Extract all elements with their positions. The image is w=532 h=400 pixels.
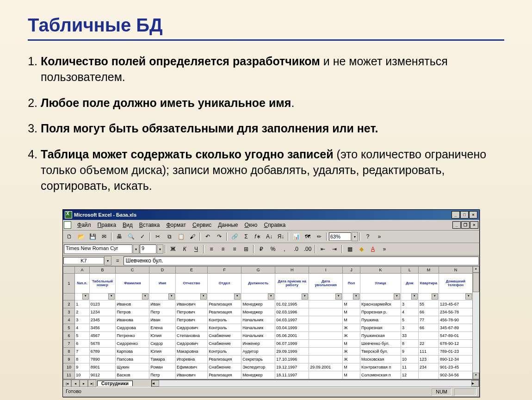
cell[interactable]: Макаровна	[175, 348, 207, 356]
menu-tools[interactable]: Сервис	[189, 221, 215, 229]
autofilter-dropdown[interactable]	[275, 294, 309, 300]
align-left-icon[interactable]: ≡	[206, 244, 217, 254]
new-icon[interactable]: 🗋	[64, 231, 75, 242]
cell[interactable]: 902-34-56	[439, 371, 472, 379]
cell[interactable]: 17.10.1996	[275, 356, 309, 363]
cell[interactable]: 03.04.1999	[275, 324, 309, 332]
cell[interactable]: Папсова	[116, 356, 149, 363]
increase-decimal-icon[interactable]: .0	[291, 244, 302, 254]
decrease-decimal-icon[interactable]: .00	[302, 244, 313, 254]
cell[interactable]: 01.02.1995	[275, 300, 309, 308]
cell[interactable]: 9	[401, 348, 419, 356]
cell[interactable]: Тамара	[149, 356, 176, 363]
cell[interactable]: 901-23-45	[439, 363, 472, 371]
autofilter-dropdown[interactable]	[401, 294, 419, 300]
cell[interactable]: Иванович	[175, 371, 207, 379]
cell[interactable]: 9012	[89, 371, 116, 379]
prev-sheet-icon[interactable]: ◂	[71, 380, 80, 387]
format-painter-icon[interactable]: 🖌	[187, 231, 198, 242]
autofilter-dropdown[interactable]	[116, 294, 149, 300]
cell[interactable]: 19.12.1997	[275, 363, 309, 371]
cell[interactable]: 2345	[89, 316, 116, 324]
autofilter-dropdown[interactable]	[175, 294, 207, 300]
cell[interactable]: 2	[75, 308, 89, 316]
spreadsheet-grid[interactable]: ABCDEFGHIJKLMN1№п.п.Табельный номерФамил…	[63, 266, 479, 379]
horizontal-scrollbar[interactable]: ◂ ▸	[151, 380, 479, 387]
col-header[interactable]: G	[241, 267, 275, 274]
cell[interactable]: Секретарь	[241, 356, 275, 363]
col-header[interactable]: I	[309, 267, 343, 274]
function-icon[interactable]: f∗	[252, 231, 263, 242]
row-header[interactable]: 2	[63, 300, 75, 308]
cell[interactable]	[309, 371, 343, 379]
menu-file[interactable]: Файл	[74, 221, 94, 229]
row-header[interactable]: 3	[63, 308, 75, 316]
cell[interactable]: 3	[75, 316, 89, 324]
row-header[interactable]: 1	[63, 274, 75, 294]
cell[interactable]: 8	[401, 340, 419, 348]
cell[interactable]: Снабжение	[208, 340, 241, 348]
col-header[interactable]: C	[116, 267, 149, 274]
cell[interactable]: Начальник	[241, 324, 275, 332]
col-header[interactable]: H	[275, 267, 309, 274]
cell[interactable]: 678-90-12	[439, 340, 472, 348]
scroll-down-icon[interactable]: ▾	[473, 373, 479, 379]
cell[interactable]: Реализация	[208, 300, 241, 308]
currency-icon[interactable]: ₽	[256, 244, 267, 254]
menu-data[interactable]: Данные	[215, 221, 241, 229]
copy-icon[interactable]: ⧉	[164, 231, 175, 242]
maximize-button[interactable]: □	[460, 211, 469, 219]
cell[interactable]: Иванович	[175, 300, 207, 308]
cell[interactable]: 33	[401, 332, 419, 340]
autofilter-dropdown[interactable]	[343, 294, 360, 300]
cell[interactable]: 123	[418, 356, 439, 363]
cell[interactable]: Сидор	[149, 340, 176, 348]
cell[interactable]: 5678	[89, 340, 116, 348]
mdi-minimize-button[interactable]: _	[452, 221, 461, 229]
col-header[interactable]: M	[418, 267, 439, 274]
cell[interactable]: 6	[75, 340, 89, 348]
autofilter-dropdown[interactable]	[89, 294, 116, 300]
merge-icon[interactable]: ⊞	[241, 244, 252, 254]
cell[interactable]: Реализация	[208, 308, 241, 316]
cell[interactable]: 4567	[89, 332, 116, 340]
font-color-icon[interactable]: A	[367, 244, 378, 254]
cell[interactable]: Аудитор	[241, 348, 275, 356]
name-box-dropdown[interactable]: ▾	[104, 256, 111, 265]
cell[interactable]: Васков	[116, 371, 149, 379]
cell[interactable]: 1	[75, 300, 89, 308]
cell[interactable]: Юлия	[149, 348, 176, 356]
row-header[interactable]: 8	[63, 348, 75, 356]
scroll-up-icon[interactable]: ▴	[473, 266, 479, 273]
cell[interactable]: 11	[401, 363, 419, 371]
col-header[interactable]: N	[439, 267, 472, 274]
cell[interactable]	[309, 356, 343, 363]
vertical-scrollbar[interactable]: ▴ ▾	[472, 266, 479, 379]
cell[interactable]	[309, 316, 343, 324]
row-header[interactable]: 7	[63, 340, 75, 348]
cell[interactable]	[309, 308, 343, 316]
col-header[interactable]: K	[360, 267, 401, 274]
cell[interactable]: Петр	[149, 371, 176, 379]
cell[interactable]: Прорезная р.	[360, 308, 401, 316]
cell[interactable]: Снабжение	[208, 363, 241, 371]
underline-icon[interactable]: Ч	[191, 244, 202, 254]
cell[interactable]: 234-56-78	[439, 308, 472, 316]
cell[interactable]: Контроль	[208, 316, 241, 324]
cell[interactable]: Петрович	[175, 308, 207, 316]
font-size-input[interactable]: 9	[140, 244, 156, 254]
cell[interactable]: 547-89-01	[439, 332, 472, 340]
cell[interactable]: Ж	[343, 332, 360, 340]
italic-icon[interactable]: К	[179, 244, 190, 254]
cell[interactable]: 8901	[89, 363, 116, 371]
cell[interactable]: 66	[418, 308, 439, 316]
cell[interactable]: Соломенская п	[360, 371, 401, 379]
cell[interactable]: Экспедитор	[241, 363, 275, 371]
cell[interactable]: 18.11.1997	[275, 371, 309, 379]
font-name-input[interactable]: Times New Roman Cyr	[64, 244, 132, 254]
cell[interactable]: Петр	[149, 308, 176, 316]
mdi-close-button[interactable]: ×	[470, 221, 478, 229]
minimize-button[interactable]: _	[452, 211, 460, 219]
cell[interactable]: 0123	[89, 300, 116, 308]
col-header[interactable]: L	[401, 267, 419, 274]
